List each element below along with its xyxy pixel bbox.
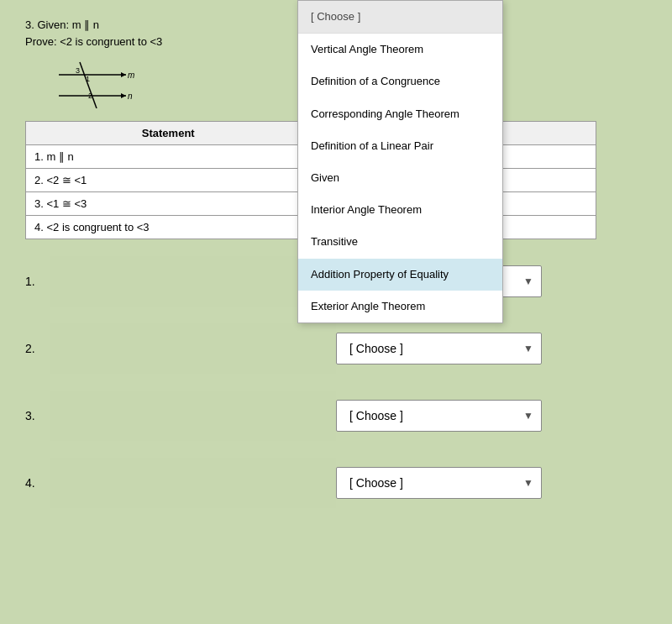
statement-1: 1. m ∥ n: [26, 145, 312, 169]
row-number-2: 2.: [25, 342, 50, 355]
svg-line-6: [80, 62, 97, 108]
svg-marker-4: [121, 93, 126, 98]
dropdown-transitive[interactable]: Transitive: [298, 226, 502, 258]
reason-select-3[interactable]: [ Choose ] Vertical Angle Theorem Defini…: [336, 400, 542, 432]
reason-row-3: 3. [ Choose ] Vertical Angle Theorem Def…: [25, 391, 647, 441]
select-wrapper-2[interactable]: [ Choose ] Vertical Angle Theorem Defini…: [336, 333, 542, 364]
reason-select-2[interactable]: [ Choose ] Vertical Angle Theorem Defini…: [336, 333, 542, 364]
dropdown-corresponding-angle[interactable]: Corresponding Angle Theorem: [298, 98, 502, 130]
row-number-1: 1.: [25, 275, 50, 288]
row-label-area-3: [50, 391, 336, 441]
svg-marker-1: [121, 72, 126, 77]
svg-text:m: m: [128, 71, 134, 80]
row-label-area-1: [50, 256, 336, 307]
select-wrapper-4[interactable]: [ Choose ] Vertical Angle Theorem Defini…: [336, 467, 542, 499]
reason-row-4: 4. [ Choose ] Vertical Angle Theorem Def…: [25, 458, 647, 508]
dropdown-definition-congruence[interactable]: Definition of a Congruence: [298, 66, 502, 97]
dropdown-interior-angle[interactable]: Interior Angle Theorem: [298, 194, 502, 226]
row-label-area-2: [50, 323, 336, 374]
svg-text:n: n: [128, 92, 133, 101]
dropdown-overlay: [ Choose ] Vertical Angle Theorem Defini…: [297, 0, 503, 323]
statement-2: 2. <2 ≅ <1: [26, 169, 312, 192]
reason-row-2: 2. [ Choose ] Vertical Angle Theorem Def…: [25, 323, 647, 374]
svg-text:1: 1: [86, 75, 90, 83]
dropdown-choose[interactable]: [ Choose ]: [298, 1, 502, 34]
row-number-3: 3.: [25, 409, 50, 422]
diagram: m n 3 1 2: [34, 58, 134, 108]
row-label-area-4: [50, 458, 336, 508]
svg-text:2: 2: [88, 92, 92, 100]
select-wrapper-3[interactable]: [ Choose ] Vertical Angle Theorem Defini…: [336, 400, 542, 432]
dropdown-given[interactable]: Given: [298, 162, 502, 194]
diagram-svg: m n 3 1 2: [34, 58, 134, 108]
dropdown-addition-property[interactable]: Addition Property of Equality: [298, 259, 502, 291]
reason-select-4[interactable]: [ Choose ] Vertical Angle Theorem Defini…: [336, 467, 542, 499]
statement-header: Statement: [26, 122, 312, 145]
row-number-4: 4.: [25, 476, 50, 490]
dropdown-exterior-angle[interactable]: Exterior Angle Theorem: [298, 291, 502, 322]
dropdown-definition-linear-pair[interactable]: Definition of a Linear Pair: [298, 130, 502, 162]
dropdown-vertical-angle[interactable]: Vertical Angle Theorem: [298, 34, 502, 66]
statement-4: 4. <2 is congruent to <3: [26, 216, 312, 239]
svg-text:3: 3: [76, 66, 80, 75]
statement-3: 3. <1 ≅ <3: [26, 192, 312, 216]
